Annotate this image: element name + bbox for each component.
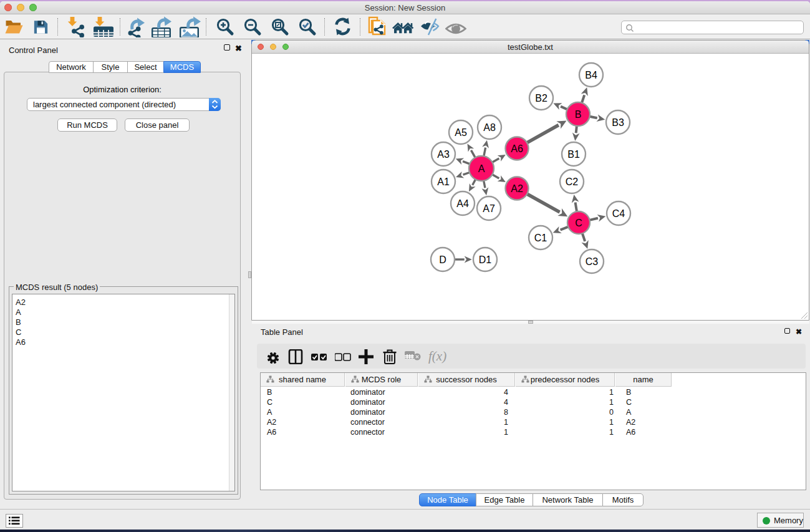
svg-text:B2: B2 <box>535 93 547 104</box>
svg-text:A3: A3 <box>437 149 450 160</box>
svg-text:A: A <box>478 163 485 174</box>
svg-text:D1: D1 <box>479 254 492 265</box>
svg-text:B4: B4 <box>585 70 597 80</box>
svg-text:C: C <box>575 218 582 228</box>
svg-text:B: B <box>575 109 582 120</box>
svg-text:A1: A1 <box>437 177 450 187</box>
svg-text:C2: C2 <box>566 177 579 187</box>
svg-text:A6: A6 <box>511 143 523 154</box>
svg-text:C4: C4 <box>612 208 625 219</box>
svg-text:A4: A4 <box>456 198 469 209</box>
svg-text:C3: C3 <box>586 256 599 267</box>
svg-text:A7: A7 <box>483 203 495 214</box>
svg-text:B3: B3 <box>612 117 624 128</box>
svg-text:A5: A5 <box>455 127 467 138</box>
svg-text:A8: A8 <box>483 122 496 133</box>
svg-text:C1: C1 <box>534 233 547 243</box>
svg-text:A2: A2 <box>511 183 523 194</box>
svg-text:D: D <box>439 254 446 265</box>
svg-text:B1: B1 <box>567 149 580 160</box>
